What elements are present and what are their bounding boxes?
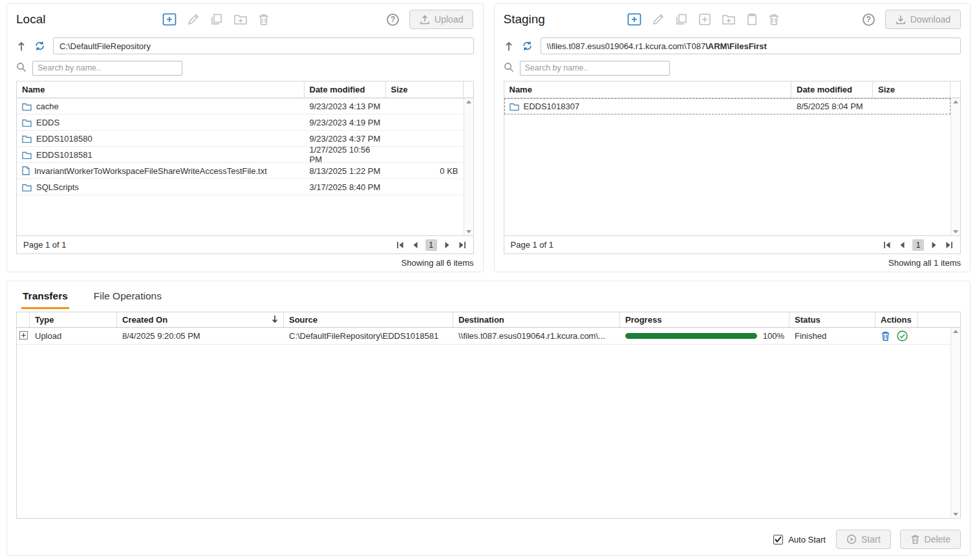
staging-panel-header: Staging [504,8,961,31]
top-row: Local [6,3,971,272]
scroll-down-icon [953,513,958,516]
previous-page-icon[interactable] [899,241,905,249]
folder-icon [22,135,32,143]
date-modified-cell: 8/13/2025 1:22 PM [305,166,386,176]
file-kind-icon [510,102,519,111]
last-page-icon[interactable] [458,241,467,249]
previous-page-icon[interactable] [412,241,418,249]
file-name-cell: EDDS1018581 [17,150,305,160]
auto-start-checkbox[interactable]: Auto Start [773,535,826,544]
local-search-input[interactable] [32,61,182,76]
upload-button[interactable]: Upload [409,10,473,29]
first-page-icon[interactable] [883,241,892,249]
column-header-name[interactable]: Name [504,81,792,98]
date-modified-cell: 9/23/2023 4:19 PM [305,118,386,127]
copy-icon[interactable] [675,13,688,26]
column-header-spacer [918,312,960,327]
vertical-scrollbar[interactable] [950,328,960,518]
date-modified-cell: 9/23/2023 4:13 PM [305,102,386,111]
new-folder-icon[interactable] [233,13,248,26]
tab-file-operations[interactable]: File Operations [92,288,163,309]
file-row[interactable]: EDDS1018580 9/23/2023 4:37 PM [17,131,464,147]
column-header-created-on[interactable]: Created On [117,312,284,327]
file-row[interactable]: EDDS1018581 1/27/2025 10:56 PM [17,147,464,163]
file-transfer-app: Local [0,0,977,560]
refresh-icon[interactable] [521,40,533,52]
column-header-date-modified[interactable]: Date modified [305,81,386,98]
local-panel: Local [6,3,484,272]
sort-descending-icon[interactable] [272,315,278,325]
vertical-scrollbar[interactable] [950,98,960,235]
start-button[interactable]: Start [836,530,891,549]
move-icon[interactable] [698,13,711,26]
edit-icon[interactable] [187,13,200,26]
transfer-destination-cell: \\files.t087.esus019064.r1.kcura.com\... [453,331,620,341]
add-icon[interactable] [627,13,641,26]
scroll-down-icon [953,230,958,233]
up-directory-icon[interactable] [16,40,27,52]
delete-icon[interactable] [768,13,780,26]
up-directory-icon[interactable] [504,40,514,52]
delete-icon [910,534,920,544]
column-header-status[interactable]: Status [789,312,875,327]
local-showing-count: Showing all 6 items [16,258,474,268]
staging-path-bold-segment: \ARM\FilesFirst [705,41,767,51]
column-header-name[interactable]: Name [17,81,305,98]
transfer-actions-cell [875,330,918,341]
next-page-icon[interactable] [931,241,938,249]
local-path-row [16,37,474,55]
delete-transfer-icon[interactable] [881,330,890,341]
vertical-scrollbar[interactable] [464,98,473,235]
paste-icon[interactable] [746,13,758,26]
expand-row-icon[interactable] [19,331,28,341]
page-label: Page 1 of 1 [23,240,67,250]
column-header-progress[interactable]: Progress [620,312,789,327]
transfer-status-cell: Finished [789,331,875,341]
staging-file-grid: Name Date modified Size [504,81,961,254]
file-name-label: EDDS1018580 [36,134,92,144]
column-header-date-modified[interactable]: Date modified [791,81,873,98]
help-icon[interactable]: ? [863,14,875,26]
last-page-icon[interactable] [945,241,954,249]
download-icon [896,15,906,25]
tab-transfers[interactable]: Transfers [21,288,69,309]
local-path-input[interactable] [53,38,474,54]
download-button[interactable]: Download [885,10,961,29]
file-name-label: EDDS1018581 [36,150,92,160]
refresh-icon[interactable] [34,40,46,52]
column-header-source[interactable]: Source [284,312,453,327]
download-button-label: Download [910,14,950,25]
transfer-source-cell: C:\DefaultFileRepository\EDDS1018581 [284,331,453,341]
file-row[interactable]: SQLScripts 3/17/2025 8:40 PM [17,179,464,195]
file-name-cell: EDDS [17,118,305,127]
column-header-type[interactable]: Type [30,312,117,327]
copy-icon[interactable] [210,13,223,26]
delete-icon[interactable] [258,13,270,26]
staging-path-input[interactable]: \\files.t087.esus019064.r1.kcura.com\T08… [541,38,961,54]
staging-search-input[interactable] [520,61,670,76]
staging-panel-title: Staging [504,12,545,27]
file-row[interactable]: cache 9/23/2023 4:13 PM [17,98,464,114]
current-page[interactable]: 1 [912,239,924,251]
delete-button[interactable]: Delete [900,530,961,549]
file-row[interactable]: EDDS1018307 8/5/2025 8:04 PM [504,98,951,114]
column-header-actions[interactable]: Actions [875,312,918,327]
staging-search-row [504,60,961,76]
expand-cell [17,331,30,341]
file-row[interactable]: InvariantWorkerToWorkspaceFileShareWrite… [17,163,464,179]
file-row[interactable]: EDDS 9/23/2023 4:19 PM [17,114,464,131]
column-header-size[interactable]: Size [386,81,464,98]
local-panel-header: Local [16,8,474,31]
date-modified-cell: 3/17/2025 8:40 PM [305,182,386,192]
checkbox-checked-icon[interactable] [773,535,783,544]
first-page-icon[interactable] [396,241,405,249]
add-icon[interactable] [162,13,177,26]
edit-icon[interactable] [652,13,665,26]
column-header-size[interactable]: Size [873,81,950,98]
new-folder-icon[interactable] [722,13,736,26]
next-page-icon[interactable] [444,241,451,249]
current-page[interactable]: 1 [425,239,437,251]
help-icon[interactable]: ? [387,14,399,26]
column-header-destination[interactable]: Destination [453,312,620,327]
transfer-row[interactable]: Upload 8/4/2025 9:20:05 PM C:\DefaultFil… [17,328,950,345]
